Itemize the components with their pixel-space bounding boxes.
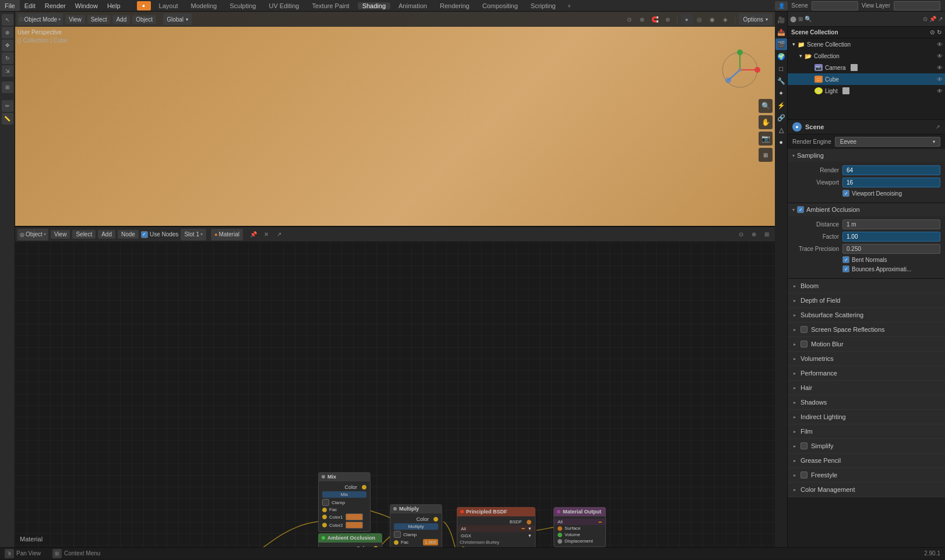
3d-viewport[interactable]: □ Object Mode ▾ View Select Add Object G…	[15, 12, 775, 227]
mb-header[interactable]: ▸ Motion Blur	[788, 337, 945, 351]
node-close-btn[interactable]: ✕	[260, 229, 272, 240]
prop-icon-world[interactable]: 🌍	[775, 51, 787, 62]
ssr-header[interactable]: ▸ Screen Space Reflections	[788, 322, 945, 336]
panel-header-icon2[interactable]: ⊞	[798, 16, 803, 22]
mb-checkbox[interactable]	[801, 341, 808, 348]
viewport-object-btn[interactable]: Object	[132, 15, 156, 24]
workspace-shading-tab[interactable]: Shading	[358, 2, 390, 9]
menu-window[interactable]: Window	[70, 0, 103, 11]
node-expand-btn[interactable]: ↗	[273, 229, 285, 240]
node-overlay-btn[interactable]: ⊙	[735, 229, 747, 240]
sss-header[interactable]: ▸ Subsurface Scattering	[788, 308, 945, 322]
matout-all-field[interactable]	[598, 522, 602, 523]
viewport-shading-matcap[interactable]: ◎	[694, 13, 706, 25]
workspace-scripting-tab[interactable]: Scripting	[526, 2, 560, 9]
light-visibility[interactable]: 👁	[937, 88, 943, 94]
mix-top-node[interactable]: Mix Color Mix Clamp Fac Color1	[318, 472, 371, 532]
toolbar-measure[interactable]: 📏	[2, 113, 13, 125]
denoising-toggle[interactable]: Viewport Denoising	[842, 190, 940, 197]
viewport-select-btn[interactable]: Select	[87, 15, 111, 24]
workspace-animation-tab[interactable]: Animation	[394, 2, 432, 9]
node-gizmo-btn[interactable]: ⊕	[748, 229, 760, 240]
zoom-in-btn[interactable]: 🔍	[759, 99, 773, 113]
bounces-toggle[interactable]: Bounces Approximati...	[842, 265, 940, 272]
prop-icon-object[interactable]: □	[775, 63, 787, 75]
volumetrics-header[interactable]: ▸ Volumetrics	[788, 352, 945, 366]
cm-header[interactable]: ▸ Color Management	[788, 483, 945, 497]
denoising-checkbox[interactable]	[842, 190, 849, 197]
ambient-occlusion-node[interactable]: Ambient Occlusion Color AO Samples 16 In…	[318, 533, 382, 547]
viewport-gizmo[interactable]	[717, 47, 763, 93]
viewport-icon-proportional[interactable]: ⊛	[662, 13, 674, 25]
toolbar-select-box[interactable]: ↖	[2, 14, 13, 26]
indirect-header[interactable]: ▸ Indirect Lighting	[788, 410, 945, 424]
render-value[interactable]: 64	[842, 165, 940, 175]
prop-icon-constraints[interactable]: 🔗	[775, 112, 787, 123]
panel-header-pin[interactable]: 📌	[929, 16, 936, 22]
options-btn[interactable]: Options ▾	[739, 13, 773, 25]
simplify-header[interactable]: ▸ Simplify	[788, 439, 945, 453]
toolbar-scale[interactable]: ⇲	[2, 65, 13, 77]
cube-visibility[interactable]: 👁	[937, 76, 943, 83]
prop-icon-scene[interactable]: 🎬	[775, 38, 787, 50]
film-header[interactable]: ▸ Film	[788, 424, 945, 438]
prop-icon-particles[interactable]: ✦	[775, 87, 787, 99]
workspace-modeling-tab[interactable]: Modeling	[186, 2, 222, 9]
node-canvas[interactable]: Texture Coordinate Generated Normal UV O…	[15, 242, 775, 547]
ao-factor-value[interactable]: 1.00	[842, 232, 940, 242]
user-prefs-icon[interactable]: 👤	[775, 1, 788, 10]
dof-header[interactable]: ▸ Depth of Field	[788, 293, 945, 307]
node-node-btn[interactable]: Node	[118, 230, 139, 239]
viewport-shading-rendered[interactable]: ◉	[707, 13, 718, 25]
bent-normals-checkbox[interactable]	[842, 256, 849, 263]
coll-visibility[interactable]: 👁	[937, 53, 943, 59]
toolbar-annotate[interactable]: ✏	[2, 100, 13, 112]
viewport-icon-gizmo[interactable]: ⊕	[636, 13, 648, 25]
performance-header[interactable]: ▸ Performance	[788, 366, 945, 380]
node-select-btn[interactable]: Select	[72, 230, 96, 239]
viewport-mode-selector[interactable]: □ Object Mode ▾	[17, 13, 63, 25]
node-editor-type[interactable]: ◎ Object ▾	[17, 229, 48, 240]
mult-clamp-cb[interactable]	[394, 531, 401, 538]
render-engine-dropdown[interactable]: Eevee ▾	[835, 137, 940, 147]
use-nodes-checkbox[interactable]	[141, 231, 148, 238]
prop-icon-physics[interactable]: ⚡	[775, 100, 787, 111]
scene-expand-btn[interactable]: ↗	[936, 124, 940, 130]
material-selector[interactable]: ● Material	[211, 229, 243, 240]
menu-render[interactable]: Render	[40, 0, 70, 11]
collection-visibility-icon[interactable]: 👁	[937, 41, 943, 48]
panel-header-expand[interactable]: ↗	[938, 16, 943, 22]
outliner-light[interactable]: ● Light 👁	[788, 85, 945, 97]
prop-icon-material[interactable]: ●	[775, 136, 787, 148]
bloom-header[interactable]: ▸ Bloom	[788, 279, 945, 293]
ssr-checkbox[interactable]	[801, 326, 808, 333]
toolbar-transform[interactable]: ⊞	[2, 81, 13, 93]
workspace-layout-tab[interactable]: Layout	[154, 2, 183, 9]
pbsdf-all-field[interactable]	[521, 528, 525, 529]
bent-normals-toggle[interactable]: Bent Normals	[842, 256, 940, 263]
mix-clamp-cb[interactable]	[322, 499, 329, 506]
panel-header-icon3[interactable]: 🔍	[805, 16, 812, 22]
outliner-sync-btn[interactable]: ↻	[937, 29, 942, 36]
hair-header[interactable]: ▸ Hair	[788, 381, 945, 395]
mix-c2-swatch[interactable]	[345, 522, 363, 529]
principled-bsdf-node[interactable]: Principled BSDF BSDF All ▾ GGX ▾	[457, 507, 535, 547]
slot-selector[interactable]: Slot 1 ▾	[181, 229, 206, 240]
node-pin-btn[interactable]: 📌	[248, 229, 259, 240]
workspace-texture-paint-tab[interactable]: Texture Paint	[307, 2, 354, 9]
outliner-filter-btn[interactable]: ⊙	[930, 29, 935, 36]
node-add-btn[interactable]: Add	[98, 230, 115, 239]
outliner-cube[interactable]: □ Cube 👁	[788, 73, 945, 85]
ao-trace-value[interactable]: 0.250	[842, 244, 940, 254]
panel-header-icon1[interactable]: ⬤	[790, 16, 796, 22]
mult-type-field[interactable]: Multiply	[394, 523, 438, 530]
simp-checkbox[interactable]	[801, 442, 808, 449]
ao-section-header[interactable]: ▾ Ambient Occlusion	[788, 203, 945, 216]
menu-file[interactable]: File	[0, 0, 20, 11]
mult-fac-field[interactable]: 1.000	[423, 539, 438, 545]
ao-distance-value[interactable]: 1 m	[842, 219, 940, 229]
ao-section-checkbox[interactable]	[797, 206, 804, 213]
toolbar-cursor[interactable]: ⊕	[2, 27, 13, 38]
camera-visibility[interactable]: 👁	[937, 65, 943, 71]
viewport-add-btn[interactable]: Add	[112, 15, 130, 24]
